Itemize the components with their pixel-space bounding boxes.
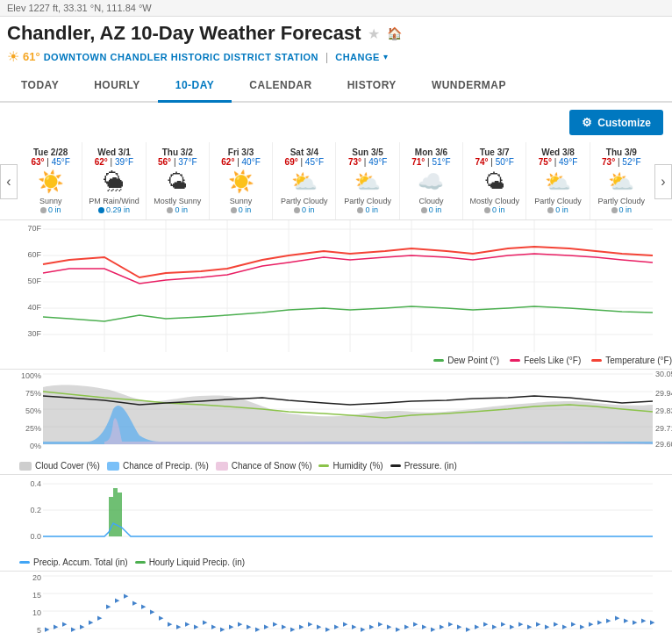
home-icon[interactable]: 🏠 [387,26,402,40]
day-hi: 62° [95,157,108,167]
prev-button[interactable]: ‹ [0,164,18,199]
svg-text:▶: ▶ [378,621,383,627]
snow-label: Chance of Snow (%) [232,461,312,471]
legend-feelslike: Feels Like (°F) [510,356,581,365]
accum-chart-section: 0.4 0.2 0.0 Precip. Accum. Total (in) Ho… [0,475,672,572]
day-col-8: Wed 3/8 75° | 49°F ⛅ Partly Cloudy 0 in [525,142,589,219]
next-button[interactable]: › [654,164,672,199]
legend-pressure: Pressure. (in) [390,461,457,471]
cloud-label: Cloud Cover (%) [35,461,100,471]
svg-text:▶: ▶ [606,617,611,623]
day-condition: Partly Cloudy [275,197,333,205]
svg-text:▶: ▶ [185,621,190,627]
svg-rect-28 [113,488,118,536]
day-col-5: Sun 3/5 73° | 49°F ⛅ Partly Cloudy 0 in [335,142,398,219]
hourly-precip-label: Hourly Liquid Precip. (in) [149,557,246,567]
svg-text:29.83: 29.83 [655,406,672,415]
day-temps: 69° | 45°F [275,157,333,167]
precip-val: 0 in [619,205,633,214]
elev-text: Elev 1227 ft, 33.31 °N, 111.84 °W [7,3,152,13]
tab-hourly[interactable]: HOURLY [76,70,158,103]
day-precip: 0 in [465,205,524,214]
day-icon: ⛅ [592,169,651,194]
day-label: Thu 3/9 [592,147,651,157]
dewpoint-label: Dew Point (°) [447,356,499,365]
day-label: Sat 3/4 [275,147,333,157]
day-condition: Partly Cloudy [338,197,397,205]
svg-text:▶: ▶ [343,621,348,627]
day-label: Wed 3/8 [528,147,587,157]
svg-text:▶: ▶ [97,615,103,621]
svg-text:▶: ▶ [536,621,541,627]
day-precip: 0 in [148,205,207,214]
day-hi: 56° [158,157,171,167]
precip-val: 0.29 in [106,205,130,214]
day-temps: 73° | 52°F [592,157,651,167]
day-condition: PM Rain/Wind [84,197,143,205]
day-precip: 0 in [21,205,80,214]
day-label: Tue 2/28 [21,147,80,157]
precip-dot [484,207,490,213]
day-icon: ☀️ [211,169,270,194]
precip-val: 0 in [302,205,315,214]
legend-dewpoint: Dew Point (°) [433,356,499,365]
day-hi: 73° [348,157,361,167]
day-label: Fri 3/3 [211,147,270,157]
day-temps: 56° | 37°F [148,157,207,167]
svg-text:29.71: 29.71 [655,424,672,433]
precip-val: 0 in [492,205,505,214]
day-precip: 0 in [528,205,587,214]
tab-history[interactable]: HISTORY [330,70,414,103]
precip-dot [421,207,427,213]
customize-row: ⚙ Customize [0,103,672,142]
legend-hourly-precip: Hourly Liquid Precip. (in) [135,557,246,567]
legend-snow: Chance of Snow (%) [216,461,312,471]
precip-val: 0 in [429,205,442,214]
day-col-1: Wed 3/1 62° | 39°F 🌦 PM Rain/Wind 0.29 i… [82,142,145,219]
svg-text:▶: ▶ [518,621,524,627]
days-row: Tue 2/28 63° | 45°F ☀️ Sunny 0 in Wed 3/… [0,142,672,220]
day-hi: 73° [602,157,615,167]
day-condition: Partly Cloudy [592,197,651,205]
day-lo: 49°F [368,157,387,167]
precip-dot [294,207,300,213]
tab-wundermap[interactable]: WUNDERMAP [414,70,524,103]
svg-text:29.60: 29.60 [655,440,672,449]
precip-dot [40,207,46,213]
svg-text:▶: ▶ [650,619,655,625]
svg-text:▶: ▶ [624,617,629,623]
star-icon[interactable]: ★ [368,25,380,42]
precip-dot [547,207,554,213]
elev-bar: Elev 1227 ft, 33.31 °N, 111.84 °W [0,0,672,17]
legend-temperature: Temperature (°F) [591,356,672,365]
legend-accum: Precip. Accum. Total (in) [19,557,128,567]
precip-val: 0 in [555,205,568,214]
change-link[interactable]: CHANGE [335,52,380,62]
day-label: Sun 3/5 [338,147,397,157]
day-temps: 71° | 51°F [402,157,461,167]
precip-dot [357,207,363,213]
precip-dot [167,207,173,213]
customize-button[interactable]: ⚙ Customize [569,110,663,135]
precip-chart: 30.05 29.94 29.83 29.71 29.60 [43,370,653,457]
svg-text:▶: ▶ [448,621,454,627]
day-hi: 62° [221,157,234,167]
day-temps: 73° | 49°F [338,157,397,167]
tab-calendar[interactable]: CALENDAR [232,70,329,103]
day-precip: 0 in [402,205,461,214]
svg-text:▶: ▶ [589,621,594,627]
day-condition: Mostly Cloudy [465,197,524,205]
day-icon: 🌦 [84,169,143,194]
svg-text:▶: ▶ [141,603,147,609]
svg-rect-29 [118,493,122,536]
sun-icon: ☀ [7,48,19,65]
precip-val: 0 in [365,205,378,214]
svg-text:30.05: 30.05 [655,370,672,378]
tab-today[interactable]: TODAY [4,70,76,103]
tab-10day[interactable]: 10-DAY [158,70,232,103]
day-hi: 71° [411,157,425,167]
day-icon: ⛅ [528,169,587,194]
day-temps: 74° | 50°F [465,157,524,167]
temperature-label: Temperature (°F) [605,356,672,365]
temp-chart [43,220,653,352]
